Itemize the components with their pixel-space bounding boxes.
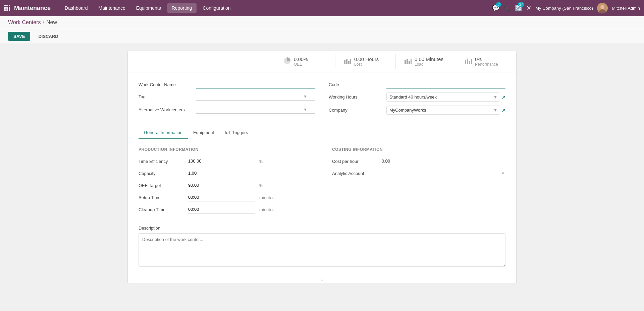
nav-maintenance[interactable]: Maintenance — [94, 3, 130, 13]
activity-icon[interactable]: 🔄 27 — [515, 4, 522, 12]
breadcrumb-separator: / — [43, 19, 44, 25]
costing-info-column: Costing Information Cost per hour Analyt… — [332, 147, 505, 217]
phone-icon[interactable]: 📞 — [503, 4, 511, 12]
work-center-name-input[interactable] — [196, 80, 315, 88]
breadcrumb-parent[interactable]: Work Centers — [8, 19, 41, 25]
cost-per-hour-input[interactable] — [382, 157, 422, 165]
svg-rect-0 — [4, 5, 6, 6]
svg-point-10 — [600, 5, 604, 9]
activity-badge: 27 — [518, 2, 524, 7]
bar-chart-icon-3 — [464, 57, 472, 66]
company-name[interactable]: My Company (San Francisco) — [535, 6, 593, 11]
cost-per-hour-label: Cost per hour — [332, 159, 379, 164]
company-label: Company — [329, 108, 382, 113]
setup-time-row: Setup Time minutes — [139, 193, 312, 201]
user-avatar[interactable] — [597, 3, 608, 13]
svg-rect-18 — [407, 59, 408, 64]
work-center-name-label: Work Center Name — [139, 82, 192, 87]
svg-rect-13 — [344, 60, 345, 64]
form-card: 0.00% OEE 0.00 Hours Lost — [127, 51, 517, 284]
performance-stat[interactable]: 0% Performance — [456, 54, 516, 69]
time-efficiency-input[interactable] — [188, 157, 255, 165]
setup-time-suffix: minutes — [259, 195, 275, 200]
nav-configuration[interactable]: Configuration — [198, 3, 235, 13]
close-icon[interactable]: ✕ — [526, 4, 531, 12]
alternative-workcenters-select[interactable] — [196, 106, 315, 114]
working-hours-label: Working Hours — [329, 95, 382, 100]
svg-rect-22 — [467, 59, 468, 64]
svg-rect-21 — [465, 60, 466, 64]
nav-dashboard[interactable]: Dashboard — [60, 3, 93, 13]
top-navigation: Maintenance Dashboard Maintenance Equipm… — [0, 0, 644, 16]
description-label: Description — [139, 226, 505, 231]
form-row-1: Work Center Name Code — [139, 80, 505, 88]
oee-target-input[interactable] — [188, 181, 255, 189]
save-button[interactable]: SAVE — [8, 32, 30, 41]
tab-equipment[interactable]: Equipment — [188, 127, 219, 139]
svg-rect-14 — [346, 59, 347, 64]
main-content: 0.00% OEE 0.00 Hours Lost — [0, 44, 644, 308]
cleanup-time-suffix: minutes — [259, 207, 275, 212]
svg-rect-1 — [6, 5, 8, 6]
cleanup-time-input[interactable] — [188, 205, 255, 213]
tab-iot-triggers[interactable]: IoT Triggers — [219, 127, 253, 139]
oee-label: OEE — [294, 62, 308, 67]
nav-equipments[interactable]: Equipments — [131, 3, 166, 13]
svg-rect-6 — [4, 9, 6, 11]
performance-label: Performance — [475, 62, 498, 67]
breadcrumb-current: New — [46, 19, 57, 25]
capacity-label: Capacity — [139, 171, 185, 176]
oee-target-label: OEE Target — [139, 183, 185, 188]
analytic-account-row: Analytic Account ▼ — [332, 169, 505, 177]
form-row-3: Alternative Workcenters ▼ Company MyComp… — [139, 106, 505, 115]
tabs-container: General Information Equipment IoT Trigge… — [128, 127, 516, 139]
time-efficiency-suffix: % — [259, 159, 263, 164]
description-textarea[interactable] — [139, 233, 505, 267]
action-bar: SAVE DISCARD — [0, 29, 644, 44]
code-input[interactable] — [386, 80, 505, 88]
svg-rect-20 — [411, 59, 412, 64]
setup-time-input[interactable] — [188, 193, 255, 201]
svg-rect-24 — [471, 59, 472, 64]
grid-icon[interactable] — [4, 5, 10, 12]
user-name: Mitchell Admin — [612, 6, 640, 11]
capacity-input[interactable] — [188, 169, 255, 177]
company-external-link-icon[interactable]: ↗ — [501, 108, 505, 113]
analytic-account-select[interactable] — [382, 169, 449, 177]
oee-value: 0.00% — [294, 56, 308, 62]
oee-target-suffix: % — [259, 183, 263, 188]
nav-right-actions: 💬 7 📞 🔄 27 ✕ My Company (San Francisco) … — [492, 3, 640, 13]
load-label: Load — [415, 62, 443, 67]
hours-lost-stat[interactable]: 0.00 Hours Lost — [335, 54, 395, 69]
load-stat[interactable]: 0.00 Minutes Load — [395, 54, 456, 69]
working-hours-select[interactable]: Standard 40 hours/week — [386, 92, 500, 102]
svg-rect-15 — [348, 61, 350, 64]
time-efficiency-row: Time Efficiency % — [139, 157, 312, 165]
cleanup-time-label: Cleanup Time — [139, 207, 185, 212]
code-label: Code — [329, 82, 382, 87]
tab-content-general-information: Production Information Time Efficiency %… — [128, 139, 516, 276]
form-row-2: Tag ▼ Working Hours Standard 40 hours/we… — [139, 92, 505, 102]
oee-target-row: OEE Target % — [139, 181, 312, 189]
production-section-title: Production Information — [139, 147, 312, 152]
oee-stat[interactable]: 0.00% OEE — [275, 54, 335, 69]
svg-rect-8 — [9, 9, 10, 11]
discard-button[interactable]: DISCARD — [33, 32, 63, 41]
breadcrumb: Work Centers / New — [0, 16, 644, 29]
chat-icon[interactable]: 💬 7 — [492, 4, 499, 12]
company-select[interactable]: MyCompanyWorks — [386, 106, 500, 115]
setup-time-label: Setup Time — [139, 195, 185, 200]
svg-rect-16 — [350, 59, 351, 64]
description-section: Description — [139, 226, 505, 268]
tab-general-information[interactable]: General Information — [139, 127, 188, 139]
tag-select[interactable] — [196, 92, 315, 101]
app-title: Maintenance — [14, 5, 51, 12]
working-hours-external-link-icon[interactable]: ↗ — [501, 95, 505, 100]
cost-per-hour-row: Cost per hour — [332, 157, 505, 165]
costing-section-title: Costing Information — [332, 147, 505, 152]
scrollbar-indicator: ≡ — [128, 276, 516, 284]
nav-reporting[interactable]: Reporting — [167, 3, 197, 13]
nav-menu: Dashboard Maintenance Equipments Reporti… — [60, 3, 491, 13]
load-value: 0.00 Minutes — [415, 56, 443, 62]
svg-rect-4 — [6, 7, 8, 9]
